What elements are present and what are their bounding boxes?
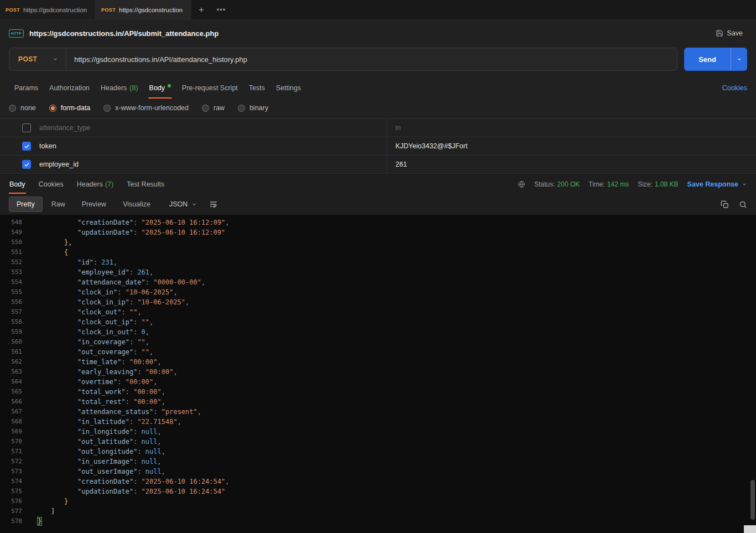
view-visualize[interactable]: Visualize [115, 196, 158, 212]
request-tab-tests[interactable]: Tests [243, 77, 270, 99]
tab-options-button[interactable]: ••• [211, 0, 231, 19]
json-line: 556"clock_in_ip": "10-06-2025", [0, 297, 756, 307]
tab-method-label: POST [101, 7, 116, 13]
save-response-button[interactable]: Save Response [687, 180, 747, 188]
search-response-button[interactable] [739, 200, 747, 209]
json-line: 557"clock_out": "", [0, 307, 756, 317]
request-tab-pre-request-script[interactable]: Pre-request Script [176, 77, 243, 99]
send-options-button[interactable] [731, 48, 747, 71]
tab-label: Params [14, 84, 38, 92]
request-header: HTTP https://gsdconstructions.in/API/sub… [0, 20, 756, 46]
radio-label: x-www-form-urlencoded [115, 104, 189, 112]
chevron-down-icon [53, 56, 58, 62]
body-type-binary[interactable]: binary [238, 104, 268, 112]
url-input[interactable] [66, 48, 677, 70]
json-response-viewer[interactable]: 548"creationDate": "2025-06-10 16:12:09"… [0, 215, 756, 533]
response-toolbar-right [721, 200, 747, 209]
param-key-cell[interactable]: attendance_type [0, 119, 387, 137]
json-line: 565"total_work": "00:00", [0, 387, 756, 397]
response-metrics: Status:200 OK Time:142 ms Size:1.08 KB S… [518, 180, 747, 188]
radio-label: raw [213, 104, 225, 112]
param-value[interactable]: in [387, 119, 756, 137]
tab-label: Tests [249, 84, 265, 92]
json-line: 574"creationDate": "2025-06-10 16:24:54"… [0, 477, 756, 487]
new-tab-button[interactable]: + [191, 0, 211, 19]
body-type-raw[interactable]: raw [202, 104, 225, 112]
cookies-link[interactable]: Cookies [722, 84, 747, 92]
body-type-none[interactable]: none [9, 104, 36, 112]
body-type-x-www-form-urlencoded[interactable]: x-www-form-urlencoded [103, 104, 189, 112]
line-number: 554 [0, 277, 25, 287]
copy-response-button[interactable] [721, 200, 729, 209]
response-tab-cookies[interactable]: Cookies [38, 174, 64, 194]
checkbox-checked[interactable] [22, 142, 31, 151]
json-line: 553"employee_id": 261, [0, 267, 756, 277]
response-tab-headers[interactable]: Headers(7) [76, 174, 114, 194]
save-button[interactable]: Save [711, 26, 748, 40]
line-number: 569 [0, 427, 25, 437]
workspace-tab[interactable]: POSThttps://gsdconstruction [0, 0, 96, 19]
json-line: 567"attendance_status": "present", [0, 407, 756, 417]
json-line: 577] [0, 506, 756, 516]
request-tab-body[interactable]: Body [144, 77, 177, 99]
json-line: 550}, [0, 237, 756, 247]
json-line: 564"overtime": "00:00", [0, 377, 756, 387]
tab-label: Headers [101, 84, 127, 92]
json-line: 568"in_latitude": "22.71548", [0, 417, 756, 427]
body-type-form-data[interactable]: form-data [49, 104, 91, 112]
response-tab-body[interactable]: Body [9, 174, 26, 194]
save-response-label: Save Response [687, 180, 738, 188]
param-key-cell[interactable]: token [0, 137, 387, 155]
tab-label: Settings [276, 84, 301, 92]
tab-label: Cookies [39, 180, 64, 188]
response-tab-test-results[interactable]: Test Results [126, 174, 165, 194]
view-pretty[interactable]: Pretty [9, 196, 43, 212]
tab-label: Body [149, 84, 165, 92]
line-number: 565 [0, 387, 25, 397]
line-number: 566 [0, 397, 25, 407]
param-value[interactable]: KJDYeio3432@#$JFort [387, 137, 756, 155]
json-line: 555"clock_in": "10-06-2025", [0, 287, 756, 297]
json-line: 551{ [0, 247, 756, 257]
tab-count: (8) [129, 84, 138, 92]
scrollbar-thumb[interactable] [750, 480, 755, 520]
method-select[interactable]: POST [9, 48, 66, 70]
json-line: 576} [0, 496, 756, 506]
param-key-cell[interactable]: employee_id [0, 156, 387, 173]
radio-icon [103, 105, 111, 112]
param-key[interactable]: employee_id [39, 161, 79, 168]
line-number: 548 [0, 218, 25, 227]
param-value[interactable]: 261 [387, 156, 756, 173]
radio-icon [49, 105, 56, 112]
json-line: 572"in_userImage": null, [0, 457, 756, 467]
json-line: 566"total_rest": "00:00", [0, 397, 756, 407]
form-data-row: tokenKJDYeio3432@#$JFort [0, 137, 756, 156]
format-select[interactable]: JSON [164, 197, 202, 211]
view-preview[interactable]: Preview [74, 196, 114, 212]
workspace-tab[interactable]: POSThttps://gsdconstruction [96, 0, 191, 19]
tab-url-label: https://gsdconstruction [119, 7, 183, 13]
request-tab-params[interactable]: Params [9, 77, 44, 99]
request-tab-headers[interactable]: Headers(8) [95, 77, 144, 99]
view-raw[interactable]: Raw [44, 196, 73, 212]
send-button[interactable]: Send [684, 48, 731, 71]
save-icon [716, 29, 723, 37]
json-line: 563"early_leaving": "00:00", [0, 367, 756, 377]
param-key[interactable]: token [39, 142, 56, 150]
line-number: 562 [0, 357, 25, 367]
json-line: 552"id": 231, [0, 257, 756, 267]
line-number: 559 [0, 327, 25, 337]
request-tab-authorization[interactable]: Authorization [44, 77, 95, 99]
request-tab-settings[interactable]: Settings [270, 77, 306, 99]
save-label: Save [727, 29, 743, 37]
checkbox-unchecked[interactable] [22, 123, 31, 132]
tab-url-label: https://gsdconstruction [23, 7, 87, 13]
request-tab-list: ParamsAuthorizationHeaders(8)BodyPre-req… [9, 77, 306, 99]
checkbox-checked[interactable] [22, 160, 31, 169]
line-number: 551 [0, 247, 25, 257]
line-number: 570 [0, 437, 25, 447]
response-toolbar: PrettyRawPreviewVisualize JSON [0, 194, 756, 215]
tab-label: Test Results [127, 180, 164, 188]
param-key[interactable]: attendance_type [39, 124, 90, 132]
wrap-text-button[interactable] [209, 200, 218, 209]
